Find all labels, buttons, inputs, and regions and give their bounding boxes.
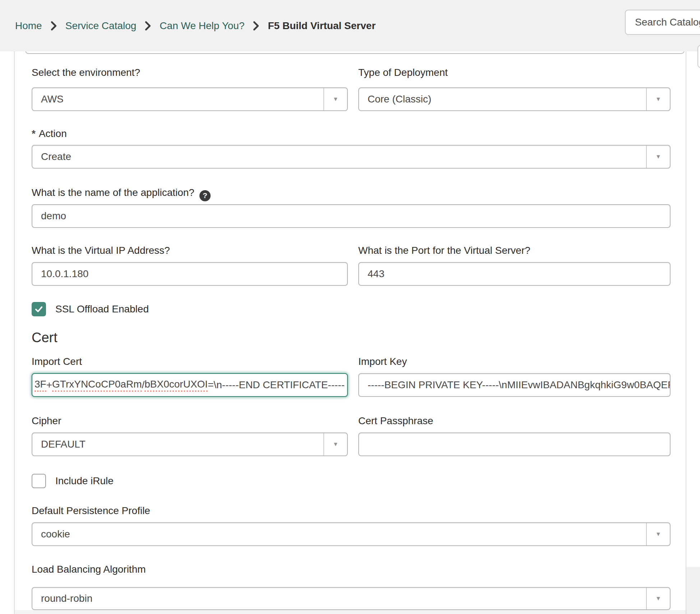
import-cert-value: 3F+GTrxYNCoCP0aRm/bBX0corUXOI=\n-----END… bbox=[32, 379, 347, 392]
chevron-down-icon: ▼ bbox=[655, 154, 661, 160]
help-icon[interactable]: ? bbox=[199, 190, 211, 201]
persistence-select[interactable]: cookie ▼ bbox=[32, 522, 671, 546]
action-label: Action bbox=[39, 128, 67, 139]
port-label: What is the Port for the Virtual Server? bbox=[358, 245, 671, 256]
environment-dropdown-arrow[interactable]: ▼ bbox=[323, 88, 347, 110]
deployment-value: Core (Classic) bbox=[359, 93, 431, 105]
action-value: Create bbox=[32, 151, 71, 162]
breadcrumb: Home Service Catalog Can We Help You? F5… bbox=[15, 0, 376, 51]
chevron-down-icon: ▼ bbox=[655, 595, 661, 602]
deployment-dropdown-arrow[interactable]: ▼ bbox=[646, 88, 670, 110]
cipher-label: Cipher bbox=[32, 415, 348, 427]
action-dropdown-arrow[interactable]: ▼ bbox=[646, 146, 670, 168]
environment-value: AWS bbox=[32, 93, 64, 105]
cutoff-field-right bbox=[697, 45, 700, 68]
app-name-input[interactable]: demo bbox=[32, 204, 671, 228]
environment-select[interactable]: AWS ▼ bbox=[32, 87, 348, 111]
lb-algorithm-dropdown-arrow[interactable]: ▼ bbox=[646, 588, 670, 609]
check-icon bbox=[34, 304, 44, 314]
port-value: 443 bbox=[359, 268, 384, 280]
lb-algorithm-label: Load Balancing Algorithm bbox=[32, 564, 671, 575]
action-select[interactable]: Create ▼ bbox=[32, 145, 671, 169]
card-left-border bbox=[14, 51, 15, 614]
environment-label: Select the environment? bbox=[32, 67, 348, 78]
chevron-down-icon: ▼ bbox=[333, 441, 339, 448]
cert-passphrase-input[interactable] bbox=[358, 432, 671, 456]
breadcrumb-service-catalog[interactable]: Service Catalog bbox=[65, 20, 137, 32]
search-catalog-placeholder: Search Catalog bbox=[635, 17, 700, 28]
port-input[interactable]: 443 bbox=[358, 262, 671, 286]
deployment-label: Type of Deployment bbox=[358, 67, 671, 78]
import-cert-input[interactable]: 3F+GTrxYNCoCP0aRm/bBX0corUXOI=\n-----END… bbox=[32, 373, 348, 397]
search-catalog-input[interactable]: Search Catalog bbox=[625, 10, 700, 35]
ssl-offload-checkbox[interactable] bbox=[32, 302, 46, 316]
right-gutter bbox=[686, 567, 700, 614]
cipher-value: DEFAULT bbox=[32, 439, 86, 450]
ssl-offload-label[interactable]: SSL Offload Enabled bbox=[55, 303, 149, 315]
import-key-label: Import Key bbox=[358, 356, 671, 367]
breadcrumb-can-we-help-you[interactable]: Can We Help You? bbox=[160, 20, 244, 32]
persistence-label: Default Persistence Profile bbox=[32, 505, 671, 517]
cipher-dropdown-arrow[interactable]: ▼ bbox=[323, 433, 347, 455]
lb-algorithm-select[interactable]: round-robin ▼ bbox=[32, 587, 671, 610]
persistence-value: cookie bbox=[32, 528, 70, 540]
vip-label: What is the Virtual IP Address? bbox=[32, 245, 348, 256]
card-right-border bbox=[686, 51, 686, 614]
import-cert-label: Import Cert bbox=[32, 356, 348, 367]
chevron-right-icon bbox=[253, 21, 259, 31]
chevron-right-icon bbox=[145, 21, 151, 31]
persistence-dropdown-arrow[interactable]: ▼ bbox=[646, 523, 670, 545]
import-key-input[interactable]: -----BEGIN PRIVATE KEY-----\nMIIEvwIBADA… bbox=[358, 373, 671, 397]
chevron-down-icon: ▼ bbox=[655, 96, 661, 102]
breadcrumb-current-item: F5 Build Virtual Server bbox=[268, 20, 376, 32]
lb-algorithm-value: round-robin bbox=[32, 593, 92, 604]
chevron-right-icon bbox=[51, 21, 57, 31]
page-header: Home Service Catalog Can We Help You? F5… bbox=[0, 0, 700, 51]
app-name-value: demo bbox=[32, 210, 66, 222]
app-name-label: What is the name of the application? bbox=[32, 187, 194, 198]
breadcrumb-home[interactable]: Home bbox=[15, 20, 42, 32]
required-asterisk: * bbox=[32, 128, 36, 139]
catalog-item-page: Home Service Catalog Can We Help You? F5… bbox=[0, 0, 700, 614]
bottom-edge bbox=[15, 610, 686, 614]
cipher-select[interactable]: DEFAULT ▼ bbox=[32, 432, 348, 456]
vip-value: 10.0.1.180 bbox=[32, 268, 88, 280]
chevron-down-icon: ▼ bbox=[655, 531, 661, 537]
chevron-down-icon: ▼ bbox=[333, 96, 339, 102]
cert-section-heading: Cert bbox=[32, 330, 671, 345]
vip-input[interactable]: 10.0.1.180 bbox=[32, 262, 348, 286]
cert-passphrase-label: Cert Passphrase bbox=[358, 415, 671, 427]
include-irule-checkbox[interactable] bbox=[32, 474, 46, 488]
deployment-select[interactable]: Core (Classic) ▼ bbox=[358, 87, 671, 111]
include-irule-label[interactable]: Include iRule bbox=[55, 475, 114, 487]
import-key-value: -----BEGIN PRIVATE KEY-----\nMIIEvwIBADA… bbox=[359, 379, 670, 391]
